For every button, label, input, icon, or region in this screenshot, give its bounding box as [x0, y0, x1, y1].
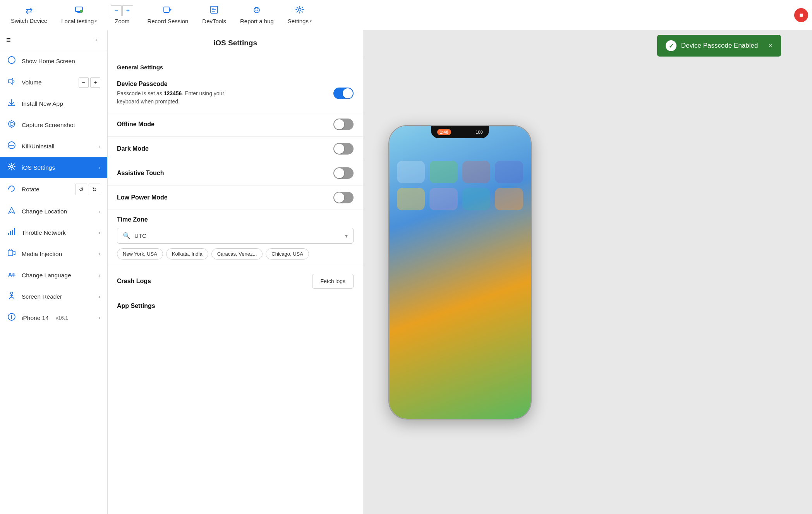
sidebar-item-kill-uninstall[interactable]: Kill/Uninstall › [0, 136, 107, 157]
zoom-label: Zoom [115, 18, 129, 24]
toolbar-right: ■ [794, 8, 808, 22]
screenshot-icon [7, 120, 16, 130]
app-icon[interactable] [462, 188, 491, 210]
ios-settings-icon [7, 162, 16, 173]
notification-check-icon: ✓ [666, 40, 676, 51]
svg-marker-25 [9, 207, 15, 213]
report-bug-button[interactable]: Report a bug [233, 2, 281, 28]
zoom-icon: − + [111, 5, 133, 16]
zoom-plus-btn[interactable]: + [122, 5, 133, 16]
zoom-minus-btn[interactable]: − [111, 5, 122, 16]
sidebar-item-capture-screenshot[interactable]: Capture Screenshot [0, 114, 107, 136]
report-bug-label: Report a bug [240, 18, 274, 24]
dark-mode-row: Dark Mode [108, 137, 363, 161]
devtools-button[interactable]: DevTools [195, 2, 233, 28]
app-icons-grid [397, 161, 523, 210]
sidebar-item-volume: Volume − + [0, 72, 107, 93]
sidebar-back-icon[interactable]: ← [94, 36, 101, 44]
settings-button[interactable]: Settings ▾ [281, 2, 319, 28]
sidebar: ≡ ← Show Home Screen Volume − [0, 30, 108, 514]
media-arrow-icon: › [99, 251, 100, 257]
record-session-button[interactable]: Record Session [140, 2, 195, 28]
local-testing-icon [75, 5, 83, 16]
zoom-button[interactable]: − + Zoom [104, 2, 140, 28]
volume-plus-button[interactable]: + [90, 77, 100, 88]
low-power-mode-toggle[interactable] [333, 192, 354, 203]
volume-icon [7, 77, 16, 88]
notification-close-button[interactable]: × [768, 42, 773, 50]
sidebar-install-label: Install New App [22, 100, 63, 107]
toggle-knob-assistive [334, 168, 344, 178]
kill-uninstall-icon [7, 141, 16, 151]
rotate-ccw-button[interactable]: ↺ [76, 184, 87, 195]
toggle-knob-dark [334, 144, 344, 154]
timezone-chip-kolkata[interactable]: Kolkata, India [166, 248, 208, 260]
sidebar-hamburger-icon[interactable]: ≡ [6, 36, 11, 45]
device-info-arrow-icon: › [99, 315, 100, 321]
switch-device-label: Switch Device [11, 17, 47, 24]
sidebar-item-device-info[interactable]: i iPhone 14 v16.1 › [0, 307, 107, 328]
timezone-chip-caracas[interactable]: Caracas, Venez... [211, 248, 263, 260]
app-icon[interactable] [495, 188, 523, 210]
app-icon[interactable] [397, 188, 425, 210]
app-icon[interactable] [429, 161, 458, 183]
rotate-cw-button[interactable]: ↻ [89, 184, 100, 195]
timezone-chip-new-york[interactable]: New York, USA [117, 248, 163, 260]
throttle-icon [7, 227, 16, 238]
switch-device-button[interactable]: ⇄ Switch Device [4, 3, 54, 27]
timezone-search-input[interactable] [134, 232, 341, 239]
switch-device-icon: ⇄ [26, 6, 33, 16]
sidebar-volume-label: Volume [22, 79, 42, 86]
sidebar-item-change-location[interactable]: Change Location › [0, 201, 107, 222]
sidebar-device-version: v16.1 [56, 315, 68, 321]
settings-label: Settings [288, 18, 309, 24]
svg-point-10 [256, 9, 256, 9]
sidebar-item-install-new-app[interactable]: Install New App [0, 93, 107, 114]
sidebar-item-show-home-screen[interactable]: Show Home Screen [0, 50, 107, 72]
location-icon [7, 206, 16, 217]
device-passcode-toggle[interactable] [333, 88, 354, 99]
recording-indicator[interactable]: ■ [794, 8, 808, 22]
device-passcode-desc: Passcode is set as 123456. Enter using y… [117, 89, 241, 106]
throttle-arrow-icon: › [99, 230, 100, 236]
dark-mode-toggle[interactable] [333, 143, 354, 155]
assistive-touch-row: Assistive Touch [108, 161, 363, 186]
sidebar-kill-label: Kill/Uninstall [22, 143, 54, 150]
offline-mode-toggle[interactable] [333, 119, 354, 130]
passcode-value: 123456 [164, 90, 182, 96]
sidebar-item-media-injection[interactable]: Media Injection › [0, 243, 107, 265]
svg-point-9 [254, 7, 259, 13]
sidebar-item-ios-settings[interactable]: iOS Settings › [0, 157, 107, 178]
timezone-label: Time Zone [117, 216, 354, 223]
svg-point-16 [9, 121, 15, 127]
phone-time: 1:48 [437, 129, 451, 135]
dark-mode-label: Dark Mode [117, 145, 149, 152]
fetch-logs-button[interactable]: Fetch logs [312, 274, 354, 289]
app-icon[interactable] [397, 161, 425, 183]
settings-arrow-icon: ▾ [310, 19, 312, 23]
local-testing-button[interactable]: Local testing ▾ [54, 2, 104, 28]
app-icon[interactable] [495, 161, 523, 183]
toolbar: ⇄ Switch Device Local testing ▾ − + Zoom [0, 0, 812, 30]
report-bug-icon [252, 5, 261, 16]
phone-notch: 1:48 100 [431, 126, 489, 138]
sidebar-ios-settings-label: iOS Settings [22, 164, 55, 171]
volume-minus-button[interactable]: − [79, 77, 89, 88]
ios-settings-arrow-icon: › [99, 165, 100, 170]
svg-text:字: 字 [12, 273, 15, 277]
sidebar-item-throttle-network[interactable]: Throttle Network › [0, 222, 107, 243]
app-icon[interactable] [429, 188, 458, 210]
device-passcode-notification: ✓ Device Passcode Enabled × [657, 35, 781, 57]
timezone-dropdown-icon[interactable]: ▾ [345, 233, 348, 239]
sidebar-item-screen-reader[interactable]: Screen Reader › [0, 286, 107, 307]
timezone-chip-chicago[interactable]: Chicago, USA [266, 248, 309, 260]
main-content: ≡ ← Show Home Screen Volume − [0, 30, 812, 514]
install-app-icon [7, 98, 16, 109]
svg-text:i: i [11, 315, 12, 320]
assistive-touch-toggle[interactable] [333, 167, 354, 179]
app-icon[interactable] [462, 161, 491, 183]
assistive-touch-label: Assistive Touch [117, 170, 164, 177]
sidebar-item-rotate: Rotate ↺ ↻ [0, 178, 107, 201]
sidebar-item-change-language[interactable]: A 字 Change Language › [0, 265, 107, 286]
device-passcode-row: Device Passcode Passcode is set as 12345… [108, 74, 363, 112]
